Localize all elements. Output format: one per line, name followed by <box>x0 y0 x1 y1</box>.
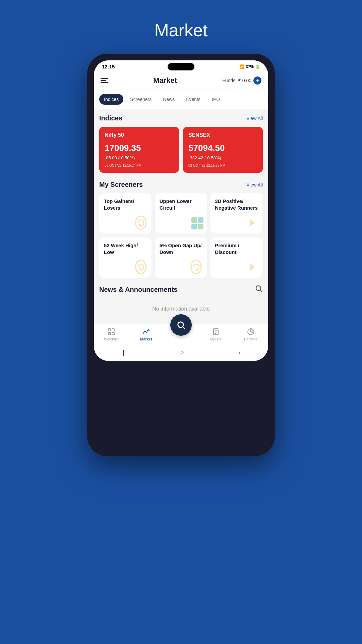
add-funds-button[interactable]: + <box>253 76 261 85</box>
watchlist-icon <box>107 328 115 336</box>
main-content: Indices View All Nifty 50 17009.35 -85.0… <box>94 109 268 324</box>
news-section: News & Announcements No information avai… <box>99 284 263 319</box>
screener-3d-positive[interactable]: 3D Positive/ Negative Runners <box>210 193 262 233</box>
gap-icon <box>189 260 203 274</box>
screener-top-gainers-label: Top Gainers/ Losers <box>104 198 134 211</box>
indices-section-header: Indices View All <box>99 114 263 122</box>
screener-upper-lower-label: Upper/ Lower Circuit <box>160 198 192 211</box>
nav-watchlist-label: Watchlist <box>104 337 119 341</box>
screener-52week-label: 52 Week High/ Low <box>104 243 138 255</box>
search-icon <box>255 284 263 292</box>
svg-rect-14 <box>112 332 114 335</box>
screener-3d-positive-label: 3D Positive/ Negative Runners <box>215 198 258 211</box>
indices-view-all[interactable]: View All <box>246 116 263 121</box>
svg-point-4 <box>139 268 141 270</box>
svg-marker-6 <box>250 263 255 271</box>
svg-rect-12 <box>112 329 114 331</box>
home-indicator[interactable]: ○ <box>181 349 184 356</box>
market-icon <box>142 328 150 336</box>
page-bg-title: Market <box>155 20 208 40</box>
screeners-view-all[interactable]: View All <box>246 182 263 187</box>
premium-icon <box>244 260 259 274</box>
tab-news[interactable]: News <box>158 94 179 105</box>
svg-line-10 <box>183 327 185 329</box>
screener-open-gap[interactable]: 5% Open Gap Up/ Down <box>155 237 207 278</box>
svg-point-5 <box>191 260 201 274</box>
nav-market[interactable]: Market <box>129 328 164 341</box>
indices-row: Nifty 50 17009.35 -85.00 (-0.50%) 03 OCT… <box>99 127 263 173</box>
nifty50-change: -85.00 (-0.50%) <box>105 155 174 160</box>
news-title: News & Announcements <box>99 286 178 293</box>
search-fab-button[interactable] <box>170 314 192 336</box>
svg-line-8 <box>260 290 262 292</box>
search-fab-icon <box>176 320 186 330</box>
screener-top-gainers[interactable]: Top Gainers/ Losers <box>99 193 152 233</box>
screener-premium-discount[interactable]: Premium / Discount <box>210 237 262 278</box>
screener-52week[interactable]: 52 Week High/ Low <box>99 237 152 278</box>
header-title: Market <box>153 76 177 85</box>
svg-marker-2 <box>250 219 255 226</box>
tab-ipo[interactable]: IPO <box>207 94 225 105</box>
status-bar: 12:15 📶 37% 🔋 <box>94 60 268 71</box>
tabs-container: Indices Screeners News Events IPO <box>94 90 268 109</box>
back-indicator[interactable]: ||| <box>121 349 126 356</box>
nifty50-time: 03 OCT '22 12:15:24 PM <box>105 164 174 167</box>
nav-orders-label: Orders <box>210 337 222 341</box>
status-icons: 📶 37% 🔋 <box>239 64 260 69</box>
sensex-time: 03 OCT '22 12:15:23 PM <box>188 164 257 167</box>
bottom-nav: Watchlist Market Orders <box>94 324 268 346</box>
screeners-row2: 52 Week High/ Low 5% Open Gap Up/ Down <box>99 237 263 278</box>
recent-indicator[interactable]: ‹ <box>239 349 241 356</box>
sensex-change: -332.42 (-0.58%) <box>188 155 257 160</box>
nav-portfolio[interactable]: Portfolio <box>233 328 268 341</box>
menu-button[interactable] <box>101 78 108 83</box>
nifty50-card[interactable]: Nifty 50 17009.35 -85.00 (-0.50%) 03 OCT… <box>99 127 179 173</box>
svg-point-7 <box>256 286 261 290</box>
phone-screen: 12:15 📶 37% 🔋 Market Funds: ₹ 0.00 + I <box>94 60 268 361</box>
svg-point-9 <box>178 322 183 327</box>
orders-icon <box>212 328 220 336</box>
runner-icon <box>244 215 259 230</box>
phone-frame: 12:15 📶 37% 🔋 Market Funds: ₹ 0.00 + I <box>87 54 275 456</box>
indices-title: Indices <box>99 114 122 122</box>
tab-screeners[interactable]: Screeners <box>125 94 156 105</box>
tab-events[interactable]: Events <box>181 94 205 105</box>
nifty50-name: Nifty 50 <box>105 132 174 138</box>
circuit-icon <box>191 217 203 229</box>
tab-indices[interactable]: Indices <box>99 94 123 105</box>
svg-point-1 <box>139 224 141 226</box>
signal-icon: 📶 <box>239 64 244 69</box>
sensex-name: SENSEX <box>188 132 257 138</box>
status-time: 12:15 <box>102 64 115 69</box>
svg-rect-11 <box>108 329 111 331</box>
sensex-card[interactable]: SENSEX 57094.50 -332.42 (-0.58%) 03 OCT … <box>183 127 263 173</box>
nav-watchlist[interactable]: Watchlist <box>94 328 129 341</box>
news-search-button[interactable] <box>255 284 263 294</box>
nifty50-value: 17009.35 <box>105 143 174 153</box>
svg-point-3 <box>135 260 146 274</box>
svg-point-0 <box>135 216 146 229</box>
phone-home-bar: ||| ○ ‹ <box>94 346 268 361</box>
screeners-row1: Top Gainers/ Losers Upper/ Lower Circuit <box>99 193 263 233</box>
screener-premium-label: Premium / Discount <box>215 243 239 255</box>
screeners-title: My Screeners <box>99 181 143 189</box>
nav-market-label: Market <box>140 337 152 341</box>
funds-info: Funds: ₹ 0.00 + <box>222 76 261 85</box>
screener-open-gap-label: 5% Open Gap Up/ Down <box>160 243 202 255</box>
battery-icon: 🔋 <box>255 64 260 69</box>
svg-rect-17 <box>214 329 218 335</box>
52week-icon <box>133 260 148 274</box>
nav-portfolio-label: Portfolio <box>244 337 257 341</box>
svg-rect-13 <box>108 332 111 335</box>
nav-orders[interactable]: Orders <box>198 328 233 341</box>
screener-upper-lower[interactable]: Upper/ Lower Circuit <box>155 193 207 233</box>
screeners-section-header: My Screeners View All <box>99 181 263 189</box>
sensex-value: 57094.50 <box>188 143 257 153</box>
app-header: Market Funds: ₹ 0.00 + <box>94 71 268 90</box>
battery-text: 37% <box>246 64 254 69</box>
ear-icon <box>133 215 148 230</box>
portfolio-icon <box>247 328 255 336</box>
news-header: News & Announcements <box>99 284 263 294</box>
funds-label: Funds: ₹ 0.00 <box>222 78 251 83</box>
